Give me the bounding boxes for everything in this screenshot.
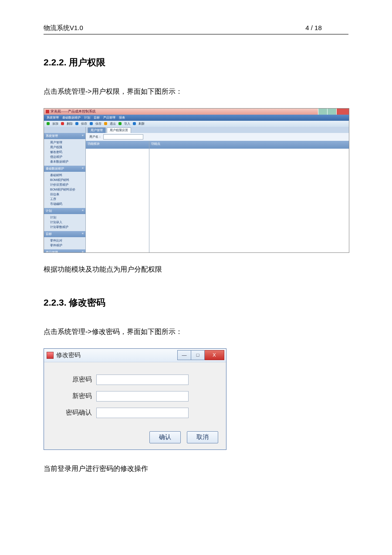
panel-header-right: 功能点 <box>149 141 349 149</box>
section-223-intro: 点击系统管理->修改密码，界面如下图所示： <box>44 326 348 337</box>
app-window-title: 宋美苑——产品成本控制系统 <box>51 109 96 114</box>
section-222-caption: 根据功能模块及功能点为用户分配权限 <box>44 264 348 275</box>
toolbar-refresh[interactable]: 刷新 <box>139 122 145 126</box>
panel-body-right <box>149 149 349 252</box>
sidebar-item[interactable]: 信息维护 <box>50 154 85 159</box>
menu-item[interactable]: 计划 <box>84 116 90 120</box>
menu-item[interactable]: 产品管理 <box>103 116 115 120</box>
menu-item[interactable]: 目标 <box>94 116 100 120</box>
sidebar: 系统管理« 用户管理 用户权限 修改密码 信息维护 基本数据维护 基础数据维护«… <box>44 127 86 252</box>
tab-user-manage[interactable]: 用户管理 <box>88 127 106 133</box>
sidebar-item[interactable]: 用户管理 <box>50 140 85 145</box>
app-icon <box>46 110 49 113</box>
exit-icon <box>104 122 107 125</box>
maximize-button[interactable]: □ <box>191 350 205 360</box>
add-icon <box>47 122 50 125</box>
filter-label: 用户名： <box>89 135 101 139</box>
toolbar-exit[interactable]: 退出 <box>110 122 116 126</box>
toolbar-save[interactable]: 保存 <box>81 122 87 126</box>
sidebar-item[interactable]: 工序 <box>50 197 85 201</box>
minimize-button[interactable] <box>318 109 327 115</box>
save-icon <box>75 122 78 125</box>
sidebar-item[interactable]: BOM维护材料 <box>50 177 85 182</box>
panel-header-left: 功能模块 <box>86 141 149 149</box>
refresh-icon <box>133 122 136 125</box>
section-heading-222: 2.2.2. 用户权限 <box>44 56 348 68</box>
new-password-input[interactable] <box>96 391 189 402</box>
toolbar-add[interactable]: 添加 <box>52 122 58 126</box>
sidebar-item[interactable]: 供位表 <box>50 192 85 197</box>
panel-body-left <box>86 149 149 252</box>
confirm-password-input[interactable] <box>96 408 189 418</box>
username-input[interactable] <box>103 134 143 140</box>
doc-title: 物流系统V1.0 <box>44 24 279 32</box>
sidebar-item[interactable]: 计划 <box>50 215 85 220</box>
sidebar-item[interactable]: 修改密码 <box>50 150 85 154</box>
old-password-label: 原密码 <box>53 375 96 384</box>
page-number: 4 / 18 <box>279 24 348 32</box>
side-group-header[interactable]: 目标« <box>44 231 85 237</box>
sidebar-item[interactable]: 计划录入 <box>50 220 85 225</box>
minimize-button[interactable]: — <box>177 350 191 360</box>
confirm-password-label: 密码确认 <box>53 409 96 417</box>
menu-item[interactable]: 系统管理 <box>47 116 59 120</box>
save-icon <box>90 122 93 125</box>
menu-item[interactable]: 基础数据维护 <box>62 116 81 120</box>
sidebar-item[interactable]: 用户权限 <box>50 145 85 150</box>
app-screenshot: 宋美苑——产品成本控制系统 系统管理 基础数据维护 计划 目标 产品管理 报表 … <box>44 108 349 253</box>
sidebar-item[interactable]: 基本数据维护 <box>50 159 85 164</box>
toolbar-save2[interactable]: 保存 <box>95 122 101 126</box>
new-password-label: 新密码 <box>53 392 96 400</box>
dialog-titlebar: 修改密码 — □ X <box>44 349 226 362</box>
old-password-input[interactable] <box>96 375 189 385</box>
cancel-button[interactable]: 取消 <box>187 431 218 443</box>
side-group-header[interactable]: 系统管理« <box>44 133 85 139</box>
sidebar-item[interactable]: BOM维护材料设价 <box>50 187 85 192</box>
app-menubar: 系统管理 基础数据维护 计划 目标 产品管理 报表 <box>44 115 349 121</box>
sidebar-item[interactable]: 基础材料 <box>50 173 85 177</box>
section-222-intro: 点击系统管理->用户权限，界面如下图所示： <box>44 86 348 97</box>
app-titlebar: 宋美苑——产品成本控制系统 <box>44 109 349 115</box>
close-button[interactable] <box>336 109 349 115</box>
section-223-caption: 当前登录用户进行密码的修改操作 <box>44 463 348 474</box>
dialog-icon <box>47 352 54 359</box>
change-password-dialog: 修改密码 — □ X 原密码 新密码 密码确认 确认 取消 <box>44 348 226 450</box>
side-group-header[interactable]: 基础数据维护« <box>44 166 85 172</box>
maximize-button[interactable] <box>327 109 336 115</box>
ok-button[interactable]: 确认 <box>149 431 181 443</box>
sidebar-item[interactable]: 市场编码 <box>50 201 85 206</box>
delete-icon <box>61 122 64 125</box>
sidebar-item[interactable]: 计划零数维护 <box>50 225 85 229</box>
filter-bar: 用户名： <box>86 133 349 141</box>
section-heading-223: 2.2.3. 修改密码 <box>44 296 348 309</box>
sidebar-item[interactable]: 零件维护 <box>50 243 85 248</box>
toolbar-delete[interactable]: 删除 <box>67 122 73 126</box>
dialog-title: 修改密码 <box>56 351 81 359</box>
app-toolbar: 添加 删除 保存 保存 退出 导入 刷新 <box>44 121 349 127</box>
menu-item[interactable]: 报表 <box>119 116 125 120</box>
side-group-header[interactable]: 产品管理« <box>44 249 85 252</box>
sidebar-item[interactable]: 计价设置维护 <box>50 182 85 187</box>
sidebar-item[interactable]: 零件比对 <box>50 238 85 243</box>
tab-user-permission[interactable]: 用户权限设置 <box>107 127 131 133</box>
close-button[interactable]: X <box>205 350 224 360</box>
import-icon <box>118 122 122 125</box>
page-header: 物流系统V1.0 4 / 18 <box>44 24 348 34</box>
toolbar-import[interactable]: 导入 <box>124 122 130 126</box>
tabs: 用户管理 用户权限设置 <box>86 127 349 133</box>
side-group-header[interactable]: 计划« <box>44 208 85 214</box>
